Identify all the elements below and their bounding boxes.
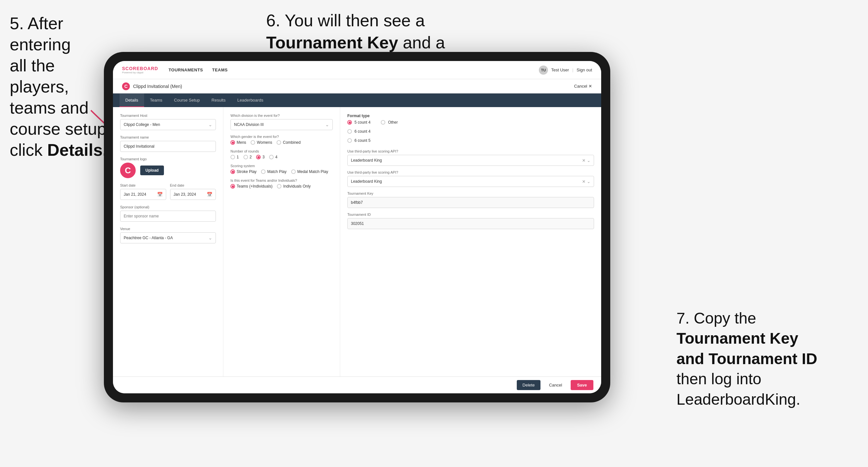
rounds-4-radio[interactable] (269, 155, 274, 159)
scoring-stroke-radio[interactable] (230, 169, 235, 174)
nav-logo-title: SCOREBOARD (122, 66, 158, 71)
start-date-label: Start date (120, 183, 166, 187)
tournament-host-input[interactable]: Clippd College - Men (120, 119, 216, 130)
api-clear-icon-2[interactable]: ✕ ⌄ (582, 179, 590, 184)
api-field-1: Use third-party live scoring API? Leader… (347, 149, 594, 166)
user-icon: TU (539, 66, 548, 75)
calendar-icon: 📅 (157, 192, 163, 197)
rounds-field: Number of rounds 1 2 3 (230, 149, 333, 159)
tab-details[interactable]: Details (120, 93, 144, 107)
upload-button[interactable]: Upload (140, 165, 164, 175)
gender-mens-radio[interactable] (230, 140, 235, 145)
division-label: Which division is the event for? (230, 114, 333, 118)
gender-combined-radio[interactable] (277, 140, 281, 145)
date-row: Start date Jan 21, 2024 📅 End date Jan 2… (120, 183, 216, 200)
api-clear-icon-1[interactable]: ✕ ⌄ (582, 158, 590, 163)
nav-tournaments[interactable]: TOURNAMENTS (168, 66, 203, 74)
api-input-1[interactable]: Leaderboard King ✕ ⌄ (347, 155, 594, 166)
gender-radio-group: Mens Womens Combined (230, 140, 333, 145)
format-other-radio[interactable] (381, 120, 385, 125)
tournament-id-field: Tournament ID 302051 (347, 213, 594, 229)
format-6count4-radio[interactable] (347, 129, 352, 134)
nav-user-label: Test User (551, 67, 569, 72)
tournament-id-value: 302051 (347, 218, 594, 229)
right-panel: Format type 5 count 4 6 count 4 (340, 107, 601, 376)
end-date-field: End date Jan 23, 2024 📅 (170, 183, 216, 200)
tab-teams[interactable]: Teams (144, 93, 168, 107)
rounds-label: Number of rounds (230, 149, 333, 153)
api-label-2: Use third-party live scoring API? (347, 170, 594, 174)
nav-links: TOURNAMENTS TEAMS (168, 66, 539, 74)
cancel-button[interactable]: Cancel (545, 380, 566, 390)
sponsor-field: Sponsor (optional) (120, 205, 216, 222)
annotation-step7: 7. Copy the Tournament Key and Tournamen… (677, 308, 858, 410)
tablet-device: SCOREBOARD Powered by clippd TOURNAMENTS… (104, 52, 610, 402)
left-panel: Tournament Host Clippd College - Men Tou… (113, 107, 223, 376)
nav-teams[interactable]: TEAMS (212, 66, 228, 74)
bottom-bar: Delete Cancel Save (113, 376, 601, 393)
main-content: Tournament Host Clippd College - Men Tou… (113, 107, 601, 376)
rounds-1-radio[interactable] (230, 155, 235, 159)
sponsor-input[interactable] (120, 211, 216, 222)
api-label-1: Use third-party live scoring API? (347, 149, 594, 153)
rounds-2[interactable]: 2 (244, 155, 252, 159)
scoring-medal-radio[interactable] (291, 169, 296, 174)
end-date-label: End date (170, 183, 216, 187)
teams-plus-individuals[interactable]: Teams (+Individuals) (230, 184, 272, 189)
tournament-key-label: Tournament Key (347, 191, 594, 195)
format-col-left: 5 count 4 6 count 4 6 count 5 (347, 120, 370, 145)
tournament-key-value: b4fbb7 (347, 197, 594, 208)
rounds-2-radio[interactable] (244, 155, 248, 159)
teams-radio[interactable] (230, 184, 235, 189)
format-label: Format type (347, 114, 594, 118)
tournament-name-label: Tournament name (120, 135, 216, 139)
rounds-3[interactable]: 3 (256, 155, 265, 159)
format-field: Format type 5 count 4 6 count 4 (347, 114, 594, 145)
rounds-3-radio[interactable] (256, 155, 261, 159)
scoring-stroke-play[interactable]: Stroke Play (230, 169, 256, 174)
format-col-right: Other (381, 120, 398, 145)
tab-results[interactable]: Results (206, 93, 231, 107)
tournament-name-input[interactable]: Clippd Invitational (120, 141, 216, 152)
start-date-input[interactable]: Jan 21, 2024 📅 (120, 189, 166, 200)
individuals-only[interactable]: Individuals Only (277, 184, 311, 189)
tab-course-setup[interactable]: Course Setup (168, 93, 206, 107)
teams-radio-group: Teams (+Individuals) Individuals Only (230, 184, 333, 189)
nav-sign-out[interactable]: Sign out (577, 67, 592, 72)
tab-leaderboards[interactable]: Leaderboards (231, 93, 269, 107)
nav-logo: SCOREBOARD Powered by clippd (122, 66, 158, 74)
format-options-row: 5 count 4 6 count 4 6 count 5 (347, 120, 594, 145)
api-input-2[interactable]: Leaderboard King ✕ ⌄ (347, 176, 594, 187)
teams-field: Is this event for Teams and/or Individua… (230, 179, 333, 189)
format-6count4[interactable]: 6 count 4 (347, 129, 370, 134)
scoring-match-radio[interactable] (261, 169, 266, 174)
gender-field: Which gender is the event for? Mens Wome… (230, 135, 333, 145)
venue-input[interactable]: Peachtree GC - Atlanta - GA (120, 232, 216, 243)
delete-button[interactable]: Delete (517, 380, 541, 390)
format-5count4-radio[interactable] (347, 120, 352, 125)
format-6count5[interactable]: 6 count 5 (347, 138, 370, 143)
gender-womens-radio[interactable] (251, 140, 255, 145)
gender-womens[interactable]: Womens (251, 140, 272, 145)
end-date-input[interactable]: Jan 23, 2024 📅 (170, 189, 216, 200)
scoring-medal-match-play[interactable]: Medal Match Play (291, 169, 328, 174)
format-other[interactable]: Other (381, 120, 398, 125)
division-input[interactable]: NCAA Division III (230, 119, 333, 130)
mid-panel: Which division is the event for? NCAA Di… (223, 107, 340, 376)
sponsor-label: Sponsor (optional) (120, 205, 216, 209)
cancel-link[interactable]: Cancel ✕ (574, 84, 592, 89)
tournament-id-label: Tournament ID (347, 213, 594, 216)
gender-combined[interactable]: Combined (277, 140, 301, 145)
tab-bar: Details Teams Course Setup Results Leade… (113, 93, 601, 107)
rounds-1[interactable]: 1 (230, 155, 239, 159)
format-6count5-radio[interactable] (347, 138, 352, 143)
save-button[interactable]: Save (571, 380, 593, 390)
format-5count4[interactable]: 5 count 4 (347, 120, 370, 125)
rounds-4[interactable]: 4 (269, 155, 278, 159)
individuals-radio[interactable] (277, 184, 281, 189)
tablet-screen: SCOREBOARD Powered by clippd TOURNAMENTS… (113, 61, 601, 393)
top-nav: SCOREBOARD Powered by clippd TOURNAMENTS… (113, 61, 601, 79)
logo-section: C Upload (120, 163, 216, 178)
gender-mens[interactable]: Mens (230, 140, 246, 145)
scoring-match-play[interactable]: Match Play (261, 169, 286, 174)
